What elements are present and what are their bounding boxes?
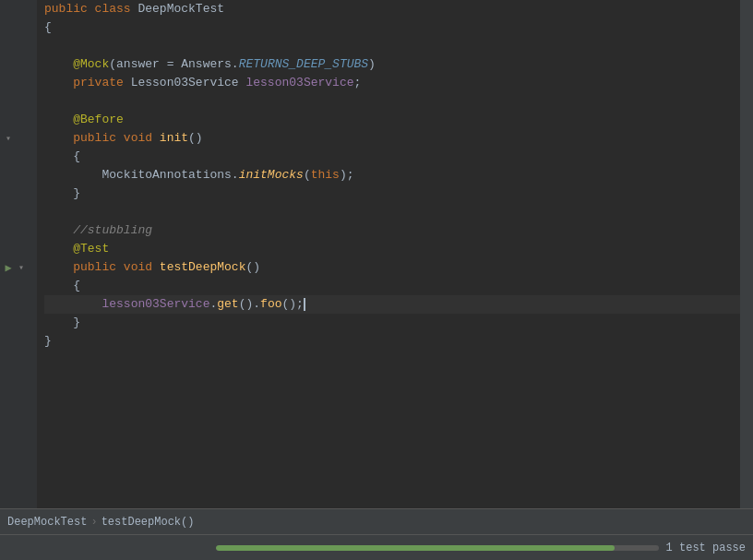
token-kw: void	[124, 129, 160, 148]
breadcrumb: DeepMockTest › testDeepMock()	[7, 516, 194, 529]
code-line: public void init()	[44, 129, 740, 148]
token-method: init	[160, 129, 188, 148]
token-punct: }	[73, 185, 80, 203]
code-line: public void testDeepMock()	[44, 258, 740, 277]
token-kw: class	[95, 0, 138, 18]
gutter-line: ▾	[0, 129, 33, 148]
gutter-line	[0, 295, 33, 314]
line-gutter: ▾▶▾	[0, 0, 37, 508]
token-method-italic: initMocks	[239, 166, 304, 185]
run-icon[interactable]: ▶	[2, 261, 15, 274]
code-line	[44, 92, 740, 111]
gutter-line	[0, 55, 33, 74]
token-type: Lesson03Service	[131, 74, 246, 92]
token-kw: void	[124, 258, 160, 277]
gutter-line	[0, 166, 33, 185]
fold-icon[interactable]: ▾	[15, 261, 28, 274]
code-line	[44, 203, 740, 221]
code-line: MockitoAnnotations.initMocks(this);	[44, 166, 740, 185]
token-method: foo	[260, 295, 281, 314]
token-kw2: this	[311, 166, 340, 185]
editor-area: ▾▶▾ public class DeepMockTest{ @Mock(ans…	[0, 0, 753, 508]
token-punct: {	[73, 277, 80, 295]
breadcrumb-method: testDeepMock()	[102, 516, 195, 529]
token-punct: }	[73, 314, 80, 332]
code-line: @Before	[44, 111, 740, 129]
code-line: {	[44, 148, 740, 166]
text-cursor	[304, 298, 305, 311]
token-method: get	[217, 295, 238, 314]
token-kw: private	[73, 74, 130, 92]
code-line: }	[44, 314, 740, 332]
breadcrumb-separator: ›	[90, 516, 97, 529]
token-plain: answer = Answers.	[116, 55, 239, 74]
token-field: lesson03Service	[102, 295, 209, 314]
code-line: lesson03Service.get().foo();	[44, 295, 740, 314]
gutter-line: ▶▾	[0, 258, 33, 277]
gutter-line	[0, 111, 33, 129]
status-bar: DeepMockTest › testDeepMock()	[0, 508, 753, 534]
token-punct: ();	[281, 295, 303, 314]
gutter-line	[0, 332, 33, 351]
token-punct: .	[209, 295, 217, 314]
gutter-line	[0, 37, 33, 55]
progress-bar-container	[216, 545, 659, 551]
token-punct: ().	[239, 295, 260, 314]
gutter-line	[0, 277, 33, 295]
gutter-line	[0, 0, 33, 18]
code-line: public class DeepMockTest	[44, 0, 740, 18]
token-punct: ()	[245, 258, 260, 277]
code-line: private Lesson03Service lesson03Service;	[44, 74, 740, 92]
token-classname: DeepMockTest	[137, 0, 224, 18]
token-punct: (	[304, 166, 311, 185]
token-annotation: @Mock	[73, 55, 109, 74]
code-content[interactable]: public class DeepMockTest{ @Mock(answer …	[37, 0, 740, 508]
token-method: testDeepMock	[160, 258, 246, 277]
gutter-line	[0, 314, 33, 332]
code-line: }	[44, 332, 740, 351]
token-punct: )	[368, 55, 376, 74]
token-punct: (	[109, 55, 116, 74]
gutter-line	[0, 240, 33, 258]
code-line: @Mock(answer = Answers.RETURNS_DEEP_STUB…	[44, 55, 740, 74]
code-line: {	[44, 277, 740, 295]
token-annotation-val: RETURNS_DEEP_STUBS	[239, 55, 368, 74]
token-kw: public	[44, 0, 95, 18]
token-field: lesson03Service	[245, 74, 353, 92]
code-line: //stubbling	[44, 221, 740, 240]
token-punct: ()	[188, 129, 203, 148]
code-line: {	[44, 18, 740, 37]
code-line: @Test	[44, 240, 740, 258]
gutter-line	[0, 148, 33, 166]
token-annotation: @Test	[73, 240, 109, 258]
bottom-bar: 1 test passe	[0, 534, 753, 560]
breadcrumb-class: DeepMockTest	[7, 516, 87, 529]
token-comment: //stubbling	[73, 221, 152, 240]
gutter-line	[0, 18, 33, 37]
scrollbar[interactable]	[740, 0, 753, 508]
gutter-line	[0, 185, 33, 203]
gutter-line	[0, 74, 33, 92]
token-punct: }	[44, 332, 52, 351]
code-line: }	[44, 185, 740, 203]
gutter-line	[0, 221, 33, 240]
token-kw: public	[73, 258, 124, 277]
token-annotation: @Before	[73, 111, 124, 129]
test-result-label: 1 test passe	[666, 542, 746, 554]
token-punct: ;	[354, 74, 362, 92]
token-punct: );	[340, 166, 354, 185]
token-kw: public	[73, 129, 124, 148]
token-punct: {	[44, 18, 52, 37]
token-type: MockitoAnnotations.	[102, 166, 238, 185]
code-line	[44, 37, 740, 55]
fold-icon[interactable]: ▾	[2, 132, 15, 145]
progress-bar-fill	[216, 545, 615, 551]
gutter-line	[0, 92, 33, 111]
gutter-line	[0, 203, 33, 221]
token-punct: {	[73, 148, 80, 166]
